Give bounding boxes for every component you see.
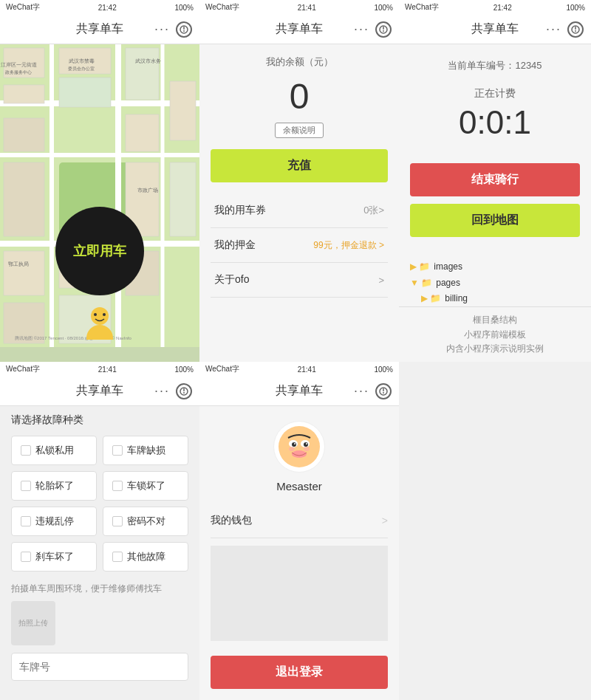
time-3: 21:42 — [493, 4, 512, 12]
profile-name: Mesaster — [276, 480, 322, 493]
use-bike-button[interactable]: 立即用车 — [55, 207, 144, 295]
svg-point-64 — [304, 447, 310, 451]
folder-icon: ▼ 📁 — [410, 275, 432, 292]
about-item[interactable]: 关于ofo > — [211, 263, 388, 298]
svg-text:政务服务中心: 政务服务中心 — [5, 69, 32, 75]
coupon-label: 我的用车券 — [214, 204, 266, 217]
fault-checkbox-1[interactable] — [112, 445, 123, 456]
profile-avatar — [273, 421, 325, 473]
bottom-text-2: 小程序前端模板 — [406, 328, 584, 342]
fault-label-7: 其他故障 — [127, 550, 165, 563]
coupon-item[interactable]: 我的用车券 0张> — [211, 193, 388, 228]
fault-item-2[interactable]: 轮胎坏了 — [11, 471, 97, 501]
profile-wallet-label: 我的钱包 — [211, 514, 252, 527]
tree-bottom-text: 榧目桑结构 小程序前端模板 内含小程序演示说明实例 — [399, 306, 591, 362]
profile-content: Mesaster 我的钱包 > — [199, 406, 399, 648]
logout-button[interactable]: 退出登录 — [211, 656, 388, 689]
battery-3: 100% — [566, 4, 585, 12]
profile-empty-area — [211, 546, 388, 641]
about-label: 关于ofo — [214, 273, 249, 286]
recharge-button[interactable]: 充值 — [211, 149, 388, 182]
status-bar-4: WeChat字 21:41 100% — [0, 362, 199, 377]
battery-4: 100% — [174, 366, 194, 374]
svg-point-55 — [279, 426, 320, 467]
report-cell: WeChat字 21:41 100% 共享单车 ··· 请选择故障种类 私锁私用… — [0, 362, 199, 700]
user-avatar-icon — [81, 303, 118, 340]
fault-checkbox-4[interactable] — [21, 516, 31, 526]
svg-rect-12 — [4, 85, 44, 103]
profile-cell: WeChat字 21:41 100% 共享单车 ··· — [199, 362, 399, 700]
back-map-button[interactable]: 回到地图 — [410, 204, 580, 237]
nav-dots-3[interactable]: ··· — [546, 21, 561, 37]
balance-desc-button[interactable]: 余额说明 — [275, 123, 324, 138]
map-area[interactable]: 江岸区一元街道 政务服务中心 武汉市禁毒 委员会办公室 武汉江城明珠 七道店 鄂… — [0, 44, 199, 362]
fault-checkbox-6[interactable] — [21, 552, 31, 562]
report-content: 请选择故障种类 私锁私用 车牌缺损 轮胎坏了 车锁坏了 违规乱停 — [0, 406, 199, 700]
svg-rect-16 — [126, 48, 159, 100]
nav-circle-5[interactable] — [375, 383, 392, 399]
svg-point-41 — [94, 313, 97, 316]
fault-label-0: 私锁私用 — [35, 444, 74, 457]
tree-item-pages[interactable]: ▼ 📁 pages — [410, 275, 580, 292]
time-4: 21:41 — [98, 366, 117, 374]
nav-dots-2[interactable]: ··· — [354, 21, 369, 37]
bottom-text-3: 内含小程序演示说明实例 — [406, 342, 584, 356]
deposit-item[interactable]: 我的押金 99元，押金退款 > — [211, 228, 388, 263]
fault-item-4[interactable]: 违规乱停 — [11, 507, 97, 536]
fault-label-3: 车锁坏了 — [127, 479, 165, 493]
fault-checkbox-3[interactable] — [112, 481, 123, 491]
svg-rect-26 — [170, 162, 196, 236]
nav-circle-1[interactable] — [176, 21, 192, 38]
svg-point-61 — [306, 443, 307, 445]
fault-item-5[interactable]: 密码不对 — [103, 507, 188, 536]
svg-rect-15 — [59, 78, 111, 107]
tree-item-label: billing — [445, 291, 468, 306]
nav-circle-4[interactable] — [176, 383, 192, 399]
profile-wallet-item[interactable]: 我的钱包 > — [211, 504, 388, 538]
svg-point-58 — [292, 442, 296, 447]
end-ride-button[interactable]: 结束骑行 — [410, 163, 580, 196]
nav-title-1: 共享单车 — [76, 21, 123, 37]
tree-item-label: pages — [436, 275, 460, 292]
time-1: 21:42 — [98, 4, 117, 12]
photo-upload-button[interactable]: 拍照上传 — [11, 601, 55, 645]
svg-point-51 — [183, 392, 185, 394]
nav-title-4: 共享单车 — [76, 383, 123, 399]
tree-item-images[interactable]: ▶ 📁 images — [410, 259, 580, 275]
fault-checkbox-0[interactable] — [21, 445, 31, 456]
svg-rect-17 — [126, 114, 159, 151]
battery-1: 100% — [174, 4, 194, 12]
svg-point-54 — [383, 392, 384, 394]
fault-item-6[interactable]: 刹车坏了 — [11, 542, 97, 572]
nav-dots-5[interactable]: ··· — [354, 383, 369, 399]
nav-title-2: 共享单车 — [276, 21, 323, 37]
battery-2: 100% — [374, 4, 393, 12]
profile-bottom: 退出登录 — [199, 648, 399, 700]
carrier-1: WeChat字 — [6, 2, 40, 13]
profile-wallet-chevron: > — [382, 515, 388, 526]
nav-circle-3[interactable] — [567, 21, 584, 38]
fault-item-3[interactable]: 车锁坏了 — [103, 471, 188, 501]
fault-checkbox-5[interactable] — [112, 516, 123, 526]
plate-input[interactable] — [11, 653, 188, 681]
fault-checkbox-7[interactable] — [112, 552, 123, 562]
nav-circle-2[interactable] — [375, 21, 392, 38]
coupon-right: 0张> — [363, 204, 384, 217]
nav-dots-1[interactable]: ··· — [154, 21, 170, 37]
fault-checkbox-2[interactable] — [21, 481, 31, 491]
nav-dots-4[interactable]: ··· — [154, 383, 170, 399]
tree-item-billing[interactable]: ▶ 📁 billing — [410, 291, 580, 306]
balance-desc: 余额说明 — [211, 123, 388, 138]
fault-item-0[interactable]: 私锁私用 — [11, 436, 97, 465]
nav-bar-2: 共享单车 ··· — [199, 15, 399, 44]
fault-item-1[interactable]: 车牌缺损 — [103, 436, 188, 465]
folder-icon: ▶ 📁 — [410, 259, 430, 275]
deposit-label: 我的押金 — [214, 239, 256, 252]
time-5: 21:41 — [298, 366, 316, 374]
svg-point-39 — [91, 307, 109, 325]
nav-bar-5: 共享单车 ··· — [199, 377, 399, 406]
svg-point-48 — [575, 30, 576, 32]
svg-text:市政广场: 市政广场 — [137, 188, 158, 193]
fault-item-7[interactable]: 其他故障 — [103, 542, 188, 572]
nav-bar-1: 共享单车 ··· — [0, 15, 199, 44]
